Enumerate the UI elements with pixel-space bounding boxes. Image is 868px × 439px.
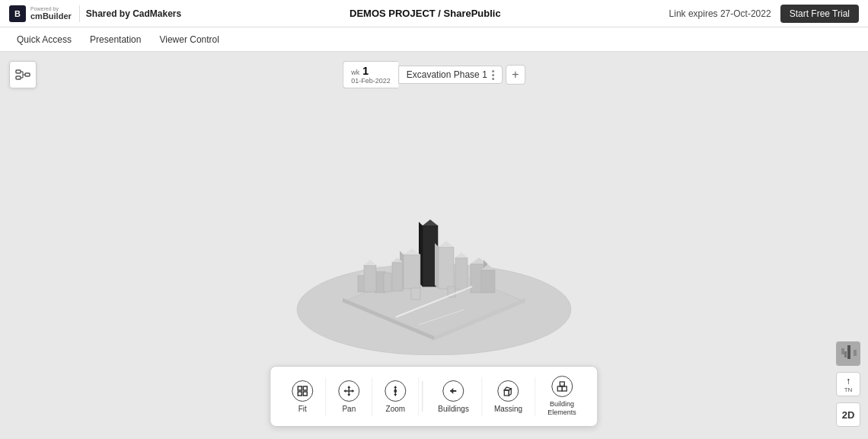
svg-rect-48 <box>303 392 307 396</box>
phase-box: Excavation Phase 1 <box>398 66 503 84</box>
hierarchy-icon <box>15 67 30 82</box>
svg-rect-47 <box>298 392 302 396</box>
svg-rect-61 <box>505 390 509 396</box>
svg-rect-26 <box>392 262 403 291</box>
logo-area: B Powered by cmBuilder <box>9 5 80 22</box>
powered-by-label: Powered by <box>30 6 72 12</box>
massing-icon <box>498 380 519 402</box>
north-indicator[interactable]: ↑ TN <box>836 372 860 396</box>
building-elements-icon <box>551 376 573 397</box>
svg-rect-2 <box>25 73 30 76</box>
zoom-label: Zoom <box>386 405 406 413</box>
shared-by-text: Shared by CadMakers <box>86 8 181 19</box>
svg-rect-28 <box>455 258 468 290</box>
viewer: wk 1 01-Feb-2022 Excavation Phase 1 + <box>0 52 868 439</box>
svg-rect-44 <box>844 351 847 357</box>
svg-rect-0 <box>16 70 21 73</box>
fit-icon <box>292 380 313 402</box>
pan-label: Pan <box>342 405 356 413</box>
north-arrow-icon: ↑ <box>846 376 850 386</box>
svg-rect-35 <box>384 273 391 292</box>
project-path: DEMOS PROJECT / SharePublic <box>349 8 501 19</box>
week-label-text: wk <box>351 69 359 76</box>
minimap-thumbnail[interactable] <box>836 341 860 366</box>
svg-rect-43 <box>854 350 857 356</box>
fit-label: Fit <box>298 405 307 413</box>
svg-marker-18 <box>423 220 438 226</box>
svg-marker-24 <box>439 241 454 247</box>
svg-marker-57 <box>394 394 397 396</box>
zoom-tool-button[interactable]: Zoom <box>372 377 419 416</box>
link-expires-label: Link expires 27-Oct-2022 <box>669 8 771 19</box>
buildings-icon <box>443 380 464 402</box>
svg-marker-51 <box>347 386 350 388</box>
start-trial-button[interactable]: Start Free Trial <box>780 5 859 23</box>
nav-item-presentation[interactable]: Presentation <box>82 30 148 50</box>
2d-label: 2D <box>842 409 855 421</box>
header-left: B Powered by cmBuilder Shared by CadMake… <box>9 5 181 22</box>
project-path-text: DEMOS PROJECT / <box>349 8 444 19</box>
svg-marker-25 <box>435 243 439 289</box>
nav-item-viewer-control[interactable]: Viewer Control <box>152 30 226 50</box>
logo-text: Powered by cmBuilder <box>30 6 72 21</box>
svg-marker-60 <box>451 388 454 394</box>
svg-marker-16 <box>364 260 376 265</box>
svg-rect-46 <box>303 386 307 390</box>
svg-marker-53 <box>343 389 346 393</box>
svg-rect-36 <box>411 288 420 300</box>
2d-view-button[interactable]: 2D <box>836 402 860 427</box>
toolbar-separator-1 <box>422 381 423 412</box>
phase-controls: wk 1 01-Feb-2022 Excavation Phase 1 + <box>343 61 525 88</box>
3d-city-view <box>282 127 586 355</box>
logo-name-label: cmBuilder <box>30 11 72 21</box>
svg-rect-42 <box>847 345 850 359</box>
week-box: wk 1 01-Feb-2022 <box>343 61 398 88</box>
svg-rect-45 <box>298 386 302 390</box>
buildings-tool-button[interactable]: Buildings <box>426 377 482 416</box>
shared-by-label: Shared by CadMakers <box>86 8 181 19</box>
north-label: TN <box>844 386 853 393</box>
logo-icon: B <box>9 5 26 22</box>
bottom-toolbar: Fit Pan <box>270 366 598 427</box>
week-number: 1 <box>362 65 369 77</box>
building-elements-tool-button[interactable]: BuildingElements <box>535 373 589 420</box>
add-phase-button[interactable]: + <box>506 65 525 85</box>
project-name: SharePublic <box>444 8 501 19</box>
city-svg <box>282 127 586 355</box>
header: B Powered by cmBuilder Shared by CadMake… <box>0 0 868 27</box>
week-date: 01-Feb-2022 <box>351 77 391 85</box>
pan-icon <box>338 380 359 402</box>
svg-rect-20 <box>404 255 420 289</box>
svg-rect-66 <box>560 382 564 386</box>
massing-tool-button[interactable]: Massing <box>482 377 535 416</box>
building-elements-label: BuildingElements <box>547 400 576 417</box>
navbar: Quick Access Presentation Viewer Control <box>0 27 868 52</box>
svg-rect-15 <box>364 265 376 292</box>
minimap-icon <box>837 342 860 366</box>
svg-marker-21 <box>404 248 420 255</box>
svg-marker-54 <box>352 389 354 393</box>
phase-name-label: Excavation Phase 1 <box>407 69 487 80</box>
svg-rect-33 <box>481 270 495 293</box>
fit-tool-button[interactable]: Fit <box>279 377 326 416</box>
svg-rect-41 <box>841 348 844 354</box>
svg-rect-23 <box>439 247 454 289</box>
svg-rect-65 <box>562 386 566 391</box>
add-icon: + <box>512 68 519 82</box>
svg-rect-64 <box>557 386 562 391</box>
zoom-icon <box>385 380 406 402</box>
svg-point-58 <box>394 389 397 393</box>
svg-marker-63 <box>509 389 512 396</box>
hierarchy-tool-button[interactable] <box>9 61 37 88</box>
pan-tool-button[interactable]: Pan <box>326 377 372 416</box>
svg-marker-29 <box>455 252 468 258</box>
phase-menu-button[interactable] <box>492 70 494 80</box>
buildings-label: Buildings <box>438 405 469 413</box>
massing-label: Massing <box>494 405 522 413</box>
nav-item-quick-access[interactable]: Quick Access <box>9 30 79 50</box>
svg-marker-56 <box>394 386 397 388</box>
svg-rect-1 <box>16 76 21 79</box>
svg-marker-52 <box>347 394 350 396</box>
header-right: Link expires 27-Oct-2022 Start Free Tria… <box>669 5 859 23</box>
